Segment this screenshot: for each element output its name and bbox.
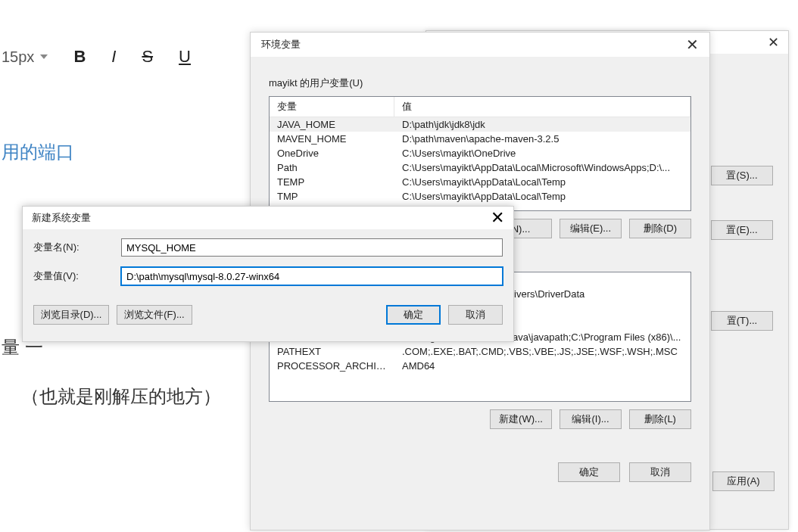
close-icon[interactable]: ✕ <box>491 208 504 228</box>
varvalue-label: 变量值(V): <box>33 269 121 283</box>
newvar-title: 新建系统变量 <box>32 211 91 225</box>
new-system-var-dialog: 新建系统变量 ✕ 变量名(N): 变量值(V): 浏览目录(D)... 浏览文件… <box>22 206 514 342</box>
apply-button[interactable]: 应用(A) <box>712 471 775 491</box>
env-titlebar: 环境变量 ✕ <box>251 33 709 57</box>
newvar-titlebar: 新建系统变量 ✕ <box>23 207 513 229</box>
sys-btn-row: 新建(W)... 编辑(I)... 删除(L) <box>251 409 691 429</box>
table-row[interactable]: PathC:\Users\mayikt\AppData\Local\Micros… <box>270 160 690 175</box>
sys-new-button[interactable]: 新建(W)... <box>490 409 552 429</box>
strike-button[interactable]: S <box>142 47 153 67</box>
newvar-cancel-button[interactable]: 取消 <box>448 305 503 325</box>
col-var[interactable]: 变量 <box>270 97 394 117</box>
close-icon[interactable]: ✕ <box>686 36 699 54</box>
browse-dir-button[interactable]: 浏览目录(D)... <box>33 305 109 325</box>
table-row[interactable]: PATHEXT.COM;.EXE;.BAT;.CMD;.VBS;.VBE;.JS… <box>270 344 690 359</box>
sys-edit-button[interactable]: 编辑(I)... <box>560 409 622 429</box>
bg-text-note: （也就是刚解压的地方） <box>21 384 221 409</box>
close-icon[interactable]: ✕ <box>768 34 779 51</box>
browse-file-button[interactable]: 浏览文件(F)... <box>117 305 192 325</box>
list-header: 变量 值 <box>270 97 690 117</box>
chevron-down-icon <box>40 54 48 59</box>
user-edit-button[interactable]: 编辑(E)... <box>560 219 622 238</box>
settings-s-button[interactable]: 置(S)... <box>711 166 773 185</box>
bg-text-port: 用的端口 <box>2 140 74 164</box>
user-delete-button[interactable]: 删除(D) <box>629 219 691 238</box>
varname-label: 变量名(N): <box>33 241 121 254</box>
env-ok-button[interactable]: 确定 <box>558 462 620 482</box>
bold-button[interactable]: B <box>73 47 86 67</box>
editor-toolbar: 15px B I S U <box>0 34 191 79</box>
settings-t-button[interactable]: 置(T)... <box>711 311 773 331</box>
table-row[interactable]: OneDriveC:\Users\mayikt\OneDrive <box>270 146 690 160</box>
newvar-ok-button[interactable]: 确定 <box>386 305 441 325</box>
fontsize-select[interactable]: 15px <box>2 48 48 66</box>
table-row[interactable]: MAVEN_HOMED:\path\maven\apache-maven-3.2… <box>270 132 690 146</box>
env-okcancel: 确定 取消 <box>251 462 691 482</box>
user-vars-list[interactable]: 变量 值 JAVA_HOMED:\path\jdk\jdk8\jdk MAVEN… <box>269 96 691 211</box>
env-cancel-button[interactable]: 取消 <box>629 462 691 482</box>
sys-delete-button[interactable]: 删除(L) <box>629 409 691 429</box>
underline-button[interactable]: U <box>179 47 191 67</box>
italic-button[interactable]: I <box>111 47 116 67</box>
varname-input[interactable] <box>121 238 503 257</box>
fontsize-value: 15px <box>2 48 34 66</box>
user-vars-label: mayikt 的用户变量(U) <box>269 76 709 90</box>
table-row[interactable]: TMPC:\Users\mayikt\AppData\Local\Temp <box>270 189 690 204</box>
env-title: 环境变量 <box>261 38 301 51</box>
varvalue-input[interactable] <box>121 267 503 285</box>
col-val[interactable]: 值 <box>394 97 690 117</box>
table-row[interactable]: PROCESSOR_ARCHITECT...AMD64 <box>270 359 690 373</box>
table-row[interactable]: JAVA_HOMED:\path\jdk\jdk8\jdk <box>270 117 690 132</box>
table-row[interactable]: TEMPC:\Users\mayikt\AppData\Local\Temp <box>270 175 690 189</box>
settings-e-button[interactable]: 置(E)... <box>711 220 773 240</box>
